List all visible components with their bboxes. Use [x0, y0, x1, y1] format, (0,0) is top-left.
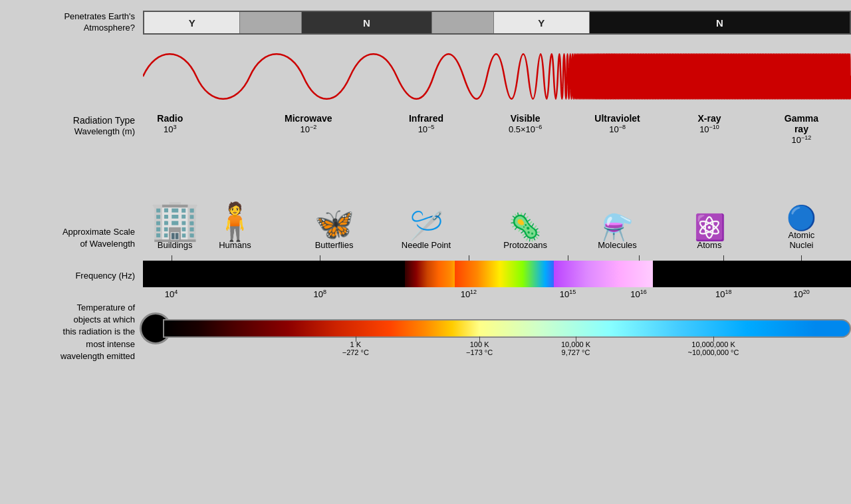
pen-seg-y2: Y [494, 12, 590, 33]
temperature-row: Temperature ofobjects at whichthis radia… [0, 302, 851, 362]
frequency-bar-container: 104 108 1012 1015 1016 1018 1020 [143, 255, 851, 295]
scale-molecules: ⚗️ Molecules [598, 215, 637, 250]
temp-label-10m-k: 10,000,000 K~10,000,000 °C [688, 340, 739, 356]
wave-row [0, 40, 851, 113]
page-container: Penetrates Earth'sAtmosphere? Y N Y N Ra… [0, 0, 851, 504]
scale-needle: 🪡 Needle Point [402, 212, 451, 250]
pen-seg-gray1 [240, 12, 301, 33]
pen-seg-n1: N [302, 12, 433, 33]
scale-butterflies: 🦋 Butterflies [314, 208, 354, 250]
freq-val-1: 104 [165, 289, 178, 299]
freq-val-4: 1015 [560, 289, 576, 299]
radiation-microwave: Microwave 10−2 [285, 113, 332, 134]
frequency-label: Frequency (Hz) [0, 271, 143, 281]
temp-label-1k: 1 K−272 °C [342, 340, 369, 356]
penetrates-bar: Y N Y N [143, 11, 851, 35]
frequency-row: Frequency (Hz) [0, 255, 851, 295]
frequency-bar [143, 261, 851, 287]
scale-humans: 🧍 Humans [212, 203, 258, 250]
radiation-type-label: Radiation Type Wavelength (m) [0, 113, 143, 138]
freq-val-2: 108 [314, 289, 326, 299]
freq-val-7: 1020 [793, 289, 809, 299]
scale-items: 🏢 Buildings 🧍 Humans 🦋 Butterflies 🪡 Nee… [143, 150, 851, 250]
freq-val-5: 1016 [630, 289, 646, 299]
temp-label-100k: 100 K−173 °C [466, 340, 493, 356]
penetrates-label: Penetrates Earth'sAtmosphere? [0, 11, 143, 34]
penetrates-row: Penetrates Earth'sAtmosphere? Y N Y N [0, 5, 851, 40]
scale-protozoans: 🦠 Protozoans [503, 213, 547, 250]
pen-seg-y1: Y [144, 12, 240, 33]
scale-row: Approximate Scaleof Wavelength 🏢 Buildin… [0, 150, 851, 250]
radiation-visible: Visible 0.5×10−6 [509, 113, 542, 134]
freq-val-3: 1012 [461, 289, 477, 299]
temperature-container: 1 K−272 °C 100 K−173 °C 10,000 K9,727 °C… [143, 302, 851, 362]
scale-atoms: ⚛️ Atoms [694, 215, 725, 250]
pen-seg-n2: N [590, 12, 850, 33]
temp-label-10000k: 10,000 K9,727 °C [561, 340, 590, 356]
wave-svg [143, 40, 851, 113]
temperature-bar [163, 319, 851, 338]
radiation-ultraviolet: Ultraviolet 10−8 [594, 113, 640, 134]
scale-label: Approximate Scaleof Wavelength [0, 226, 143, 250]
radiation-infrared: Infrared 10−5 [409, 113, 443, 134]
radiation-radio: Radio 103 [157, 113, 183, 134]
temperature-label: Temperature ofobjects at whichthis radia… [0, 302, 143, 362]
scale-nuclei: 🔵 Atomic Nuclei [777, 206, 826, 250]
radiation-xray: X-ray 10−10 [697, 113, 721, 134]
freq-val-6: 1018 [715, 289, 731, 299]
pen-seg-gray2 [432, 12, 493, 33]
scale-buildings: 🏢 Buildings [150, 200, 200, 250]
radiation-gamma: Gamma ray 10−12 [777, 113, 826, 145]
wave-container [143, 40, 851, 113]
